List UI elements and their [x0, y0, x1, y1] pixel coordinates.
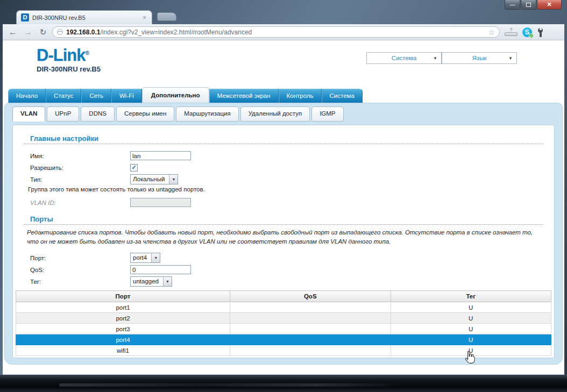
- browser-toolbar: ← → ↻ 192.168.0.1/index.cgi?v2_view=inde…: [3, 24, 564, 40]
- close-button[interactable]: ✕: [537, 0, 562, 10]
- tab-close-icon[interactable]: ×: [141, 14, 147, 22]
- chevron-down-icon: ▼: [508, 56, 513, 61]
- window-controls: — ✕: [504, 0, 562, 10]
- question-glyph: ?: [509, 28, 512, 32]
- tab-firewall[interactable]: Межсетевой экран: [209, 89, 279, 103]
- close-icon: ✕: [547, 1, 551, 8]
- name-input[interactable]: [130, 151, 191, 160]
- logo-text: D-Link®: [37, 46, 101, 65]
- col-header-port: Порт: [16, 291, 230, 302]
- maximize-icon: [526, 3, 531, 7]
- port-select[interactable]: port4 ▼: [130, 253, 160, 263]
- enable-checkbox[interactable]: ✓: [130, 164, 138, 172]
- divider: [24, 224, 543, 225]
- browser-tab-title: DIR-300NRU rev.B5: [32, 15, 138, 21]
- tab-system[interactable]: Система: [322, 89, 363, 103]
- page-security-icon[interactable]: [57, 29, 63, 35]
- tab-status[interactable]: Статус: [46, 89, 81, 103]
- browser-client-area: ← → ↻ 192.168.0.1/index.cgi?v2_view=inde…: [3, 24, 564, 375]
- name-label: Имя:: [30, 153, 130, 159]
- browser-tab[interactable]: D DIR-300NRU rev.B5 ×: [16, 10, 152, 24]
- extension-icon[interactable]: ?: [503, 28, 519, 36]
- skype-status-badge: ✓: [529, 33, 534, 38]
- port-label: Порт:: [30, 255, 130, 261]
- reload-icon[interactable]: ↻: [37, 27, 49, 37]
- settings-wrench-icon[interactable]: [535, 27, 545, 37]
- system-menu-select[interactable]: Система ▼: [366, 52, 442, 64]
- chevron-down-icon: ▼: [433, 56, 437, 61]
- tab-wifi[interactable]: Wi-Fi: [111, 89, 142, 103]
- sub-tab-bar: VLAN UPnP DDNS Серверы имен Маршрутизаци…: [12, 106, 555, 122]
- subtab-routing[interactable]: Маршрутизация: [176, 106, 238, 122]
- url-text[interactable]: 192.168.0.1/index.cgi?v2_view=index2.htm…: [66, 28, 485, 36]
- col-header-tag: Тег: [391, 291, 551, 302]
- minimize-button[interactable]: —: [505, 0, 520, 10]
- titlebar: D DIR-300NRU rev.B5 × — ✕: [0, 0, 567, 24]
- subtab-upnp[interactable]: UPnP: [47, 106, 79, 122]
- col-header-qos: QoS: [230, 291, 391, 302]
- subtab-remote-access[interactable]: Удаленный доступ: [240, 106, 310, 122]
- chevron-down-icon: ▼: [163, 277, 172, 286]
- type-select[interactable]: Локальный ▼: [130, 174, 178, 184]
- taskbar-reflection: [59, 383, 403, 387]
- registered-mark: ®: [85, 50, 89, 56]
- table-header-row: Порт QoS Тег: [16, 291, 551, 302]
- table-row[interactable]: port1 U: [16, 302, 551, 313]
- tab-network[interactable]: Сеть: [81, 89, 111, 103]
- back-icon[interactable]: ←: [7, 27, 19, 37]
- qos-label: QoS:: [30, 267, 130, 273]
- enable-label: Разрешить:: [30, 165, 130, 171]
- form-row-port: Порт: port4 ▼: [30, 252, 553, 263]
- language-menu-select[interactable]: Язык ▼: [442, 52, 517, 64]
- url-host: 192.168.0.1: [66, 28, 100, 36]
- window-bottom-frame: [0, 375, 567, 392]
- vlanid-input: [130, 198, 191, 207]
- main-tab-bar: Начало Статус Сеть Wi-Fi Дополнительно М…: [3, 88, 564, 103]
- header-menus: Система ▼ Язык ▼: [366, 52, 517, 64]
- router-admin-page: D-Link® DIR-300NRU rev.B5 Система ▼ Язык…: [3, 40, 564, 374]
- divider: [24, 144, 543, 144]
- maximize-button[interactable]: [521, 0, 536, 10]
- subtab-ddns[interactable]: DDNS: [81, 106, 115, 122]
- type-hint: Группа этого типа может состоять только …: [28, 186, 553, 193]
- type-label: Тип:: [30, 176, 130, 183]
- tag-select[interactable]: untagged ▼: [130, 276, 172, 287]
- tab-control[interactable]: Контроль: [279, 89, 322, 103]
- new-tab-button[interactable]: [157, 12, 176, 21]
- forward-icon[interactable]: →: [22, 27, 34, 37]
- address-bar[interactable]: 192.168.0.1/index.cgi?v2_view=index2.htm…: [52, 26, 500, 38]
- chevron-down-icon: ▼: [169, 175, 178, 184]
- section-title-ports: Порты: [30, 215, 553, 223]
- device-model: DIR-300NRU rev.B5: [37, 65, 101, 73]
- form-row-type: Тип: Локальный ▼: [30, 174, 553, 185]
- subtab-name-servers[interactable]: Серверы имен: [116, 106, 174, 122]
- form-row-enable: Разрешить: ✓: [30, 162, 553, 173]
- qos-input[interactable]: [130, 265, 191, 274]
- subtab-vlan[interactable]: VLAN: [12, 106, 45, 122]
- section-title-main-settings: Главные настройки: [30, 134, 553, 142]
- browser-window: D DIR-300NRU rev.B5 × — ✕ ← → ↻ 192.168.…: [0, 0, 567, 392]
- table-row[interactable]: port2 U: [16, 313, 551, 324]
- ports-table: Порт QoS Тег port1 U port2 U: [16, 290, 551, 356]
- form-row-vlanid: VLAN ID:: [30, 197, 553, 208]
- extension-bar: [505, 32, 518, 36]
- tag-label: Тег:: [30, 279, 130, 285]
- minimize-icon: —: [510, 2, 515, 8]
- table-row-selected[interactable]: port4 U: [16, 334, 551, 345]
- tab-home[interactable]: Начало: [8, 89, 46, 103]
- check-icon: ✓: [131, 164, 136, 171]
- table-row[interactable]: port3 U: [16, 324, 551, 334]
- chevron-down-icon: ▼: [151, 253, 160, 262]
- skype-icon[interactable]: S ✓: [522, 27, 532, 37]
- tab-advanced[interactable]: Дополнительно: [142, 87, 209, 103]
- form-row-name: Имя:: [30, 150, 553, 161]
- vlanid-label: VLAN ID:: [30, 199, 130, 206]
- ports-description: Редактирование списка портов. Чтобы доба…: [27, 228, 540, 246]
- dlink-logo: D-Link® DIR-300NRU rev.B5: [37, 46, 101, 73]
- sub-tab-container: VLAN UPnP DDNS Серверы имен Маршрутизаци…: [4, 103, 563, 365]
- form-row-tag: Тег: untagged ▼: [30, 276, 553, 287]
- subtab-igmp[interactable]: IGMP: [311, 106, 343, 122]
- site-header: D-Link® DIR-300NRU rev.B5 Система ▼ Язык…: [3, 40, 564, 88]
- hand-cursor-icon: [462, 348, 478, 366]
- bookmark-star-icon[interactable]: ☆: [488, 28, 495, 37]
